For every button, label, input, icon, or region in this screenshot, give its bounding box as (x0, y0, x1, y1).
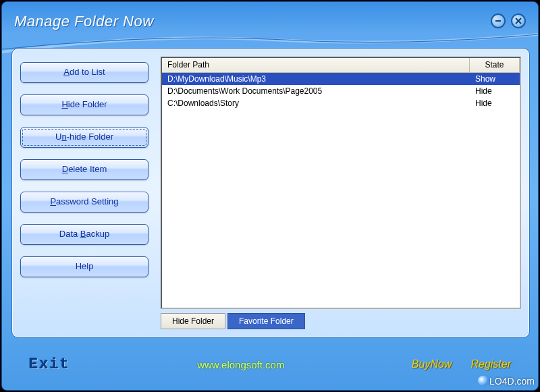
minimize-button[interactable] (491, 13, 506, 28)
buy-now-link[interactable]: BuyNow (412, 358, 452, 370)
table-row[interactable]: C:\Downloads\StoryHide (162, 97, 520, 109)
close-button[interactable] (511, 13, 526, 28)
unhide-folder-button[interactable]: Un-hide Folder (20, 127, 148, 148)
vendor-url-link[interactable]: www.elongsoft.com (197, 359, 284, 370)
cell-folder-path: D:\Documents\Work Documents\Page2005 (162, 86, 470, 96)
cell-folder-path: D:\MyDownload\Music\Mp3 (162, 74, 470, 84)
column-state[interactable]: State (470, 58, 520, 72)
window-title: Manage Folder Now (14, 13, 154, 30)
titlebar: Manage Folder Now (2, 2, 538, 34)
cell-state: Hide (470, 98, 520, 109)
tab-favorite-folder[interactable]: Favorite Folder (227, 313, 305, 329)
folder-listview[interactable]: Folder Path State D:\MyDownload\Music\Mp… (161, 57, 521, 309)
close-icon (515, 18, 522, 24)
register-link[interactable]: Register (470, 358, 511, 370)
cell-state: Show (470, 74, 520, 84)
table-row[interactable]: D:\MyDownload\Music\Mp3Show (162, 73, 520, 85)
column-folder-path[interactable]: Folder Path (162, 58, 470, 72)
app-window: Manage Folder Now Add to List Hide Folde… (1, 1, 539, 391)
window-controls (491, 13, 526, 28)
add-to-list-button[interactable]: Add to List (20, 62, 148, 83)
hide-folder-button[interactable]: Hide Folder (20, 94, 148, 115)
footer: Exit www.elongsoft.com BuyNow Register (2, 347, 538, 390)
password-setting-button[interactable]: Password Setting (20, 192, 148, 213)
content-frame: Add to List Hide Folder Un-hide Folder D… (11, 48, 530, 338)
sidebar: Add to List Hide Folder Un-hide Folder D… (20, 57, 148, 329)
table-row[interactable]: D:\Documents\Work Documents\Page2005Hide (162, 85, 520, 97)
data-backup-button[interactable]: Data Backup (20, 224, 148, 245)
cell-folder-path: C:\Downloads\Story (162, 98, 470, 109)
exit-button[interactable]: Exit (29, 356, 70, 373)
listview-body: D:\MyDownload\Music\Mp3ShowD:\Documents\… (162, 73, 520, 308)
tab-bar: Hide Folder Favorite Folder (161, 313, 521, 329)
listview-header: Folder Path State (162, 58, 520, 73)
tab-hide-folder[interactable]: Hide Folder (161, 313, 225, 329)
main-panel: Folder Path State D:\MyDownload\Music\Mp… (161, 57, 521, 329)
minimize-icon (495, 18, 502, 24)
svg-rect-0 (495, 20, 501, 22)
cell-state: Hide (470, 86, 520, 96)
help-button[interactable]: Help (20, 256, 148, 277)
delete-item-button[interactable]: Delete Item (20, 159, 148, 180)
